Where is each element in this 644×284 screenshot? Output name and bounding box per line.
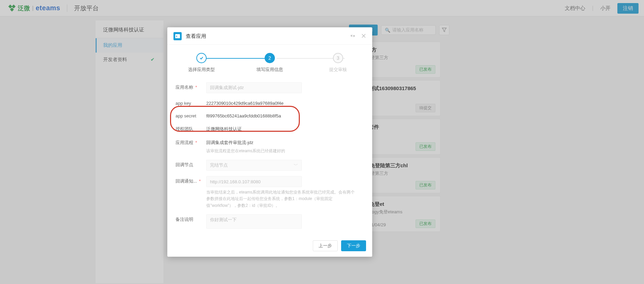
- app-icon: [173, 32, 182, 40]
- remark-textarea[interactable]: 你好测试一下: [206, 214, 302, 229]
- step-2: 2 填写应用信息: [249, 53, 290, 73]
- callback-hint: 当审批结束之后，eteams系统调用此地址通知您业务系统审批已经完成。会有两个参…: [206, 189, 356, 209]
- step-indicator: 选择应用类型 2 填写应用信息 3 提交审核: [167, 45, 372, 76]
- prev-button[interactable]: 上一步: [313, 240, 338, 251]
- flow-value: 回调集成套件审批流-jdz: [206, 138, 364, 146]
- app-secret-value: f899765bc65241aa9cfddb01688b8f5a: [206, 111, 364, 118]
- expand-icon[interactable]: [350, 33, 355, 39]
- step-1: 选择应用类型: [181, 53, 222, 73]
- modal-title: 查看应用: [186, 33, 206, 40]
- next-button[interactable]: 下一步: [341, 240, 366, 251]
- svg-rect-4: [176, 36, 177, 37]
- team-value: 泛微网络科技认证: [206, 124, 364, 132]
- chevron-down-icon: ﹀: [294, 162, 298, 168]
- flow-hint: 该审批流程是您在eteams系统已经搭建好的: [206, 148, 356, 154]
- view-app-modal: 查看应用 选择应用类型 2 填写应用信息 3 提交审核 应用名: [167, 27, 372, 257]
- step-3: 3 提交审核: [318, 53, 359, 73]
- callback-url-input[interactable]: http://192.168.0.107:8080: [206, 176, 302, 187]
- app-key-value: 2227309010c429d9ca619a97689a0f4e: [206, 99, 364, 106]
- callback-node-select[interactable]: 完结节点 ﹀: [206, 160, 302, 171]
- app-form: 应用名称* 回调集成测试-jdz app key 2227309010c429d…: [167, 76, 372, 236]
- close-icon[interactable]: [361, 33, 366, 39]
- app-name-input[interactable]: 回调集成测试-jdz: [206, 82, 302, 93]
